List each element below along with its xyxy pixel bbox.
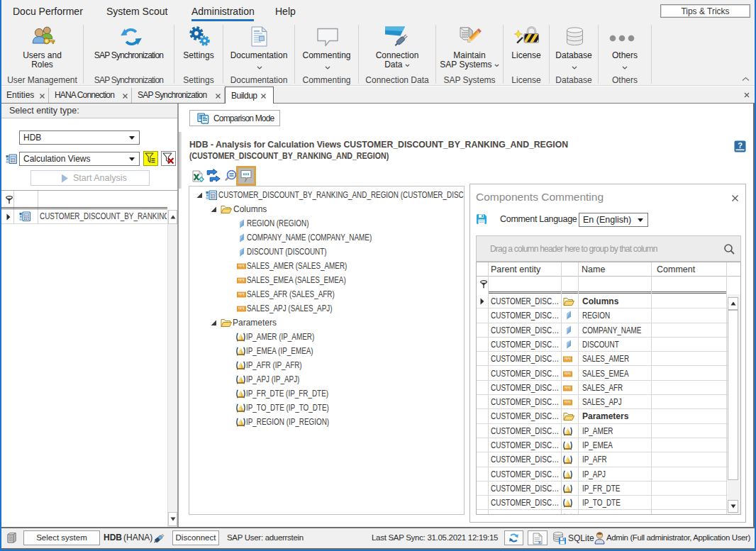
svg-text:?: ? (738, 141, 743, 150)
